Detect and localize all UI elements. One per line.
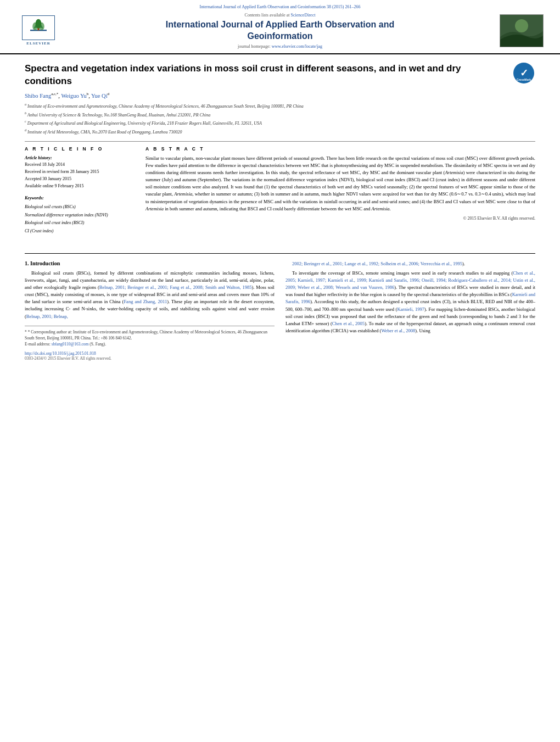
crossmark-badge[interactable]: ✓ CrossMark: [513, 63, 535, 85]
issn-line: 0303-2434/© 2015 Elsevier B.V. All right…: [25, 356, 275, 361]
ref-karnieli1996[interactable]: Karnieli and Sarafis, 1996: [285, 292, 535, 304]
ref-2002[interactable]: 2002; Beringer et al., 2001; Lange et al…: [292, 261, 462, 266]
author2-sup: b: [87, 92, 89, 96]
sciencedirect-link[interactable]: ScienceDirect: [291, 13, 316, 18]
article-info-header: A R T I C L E I N F O: [25, 146, 135, 152]
author1-sup: a,c,*: [51, 92, 58, 96]
ref-fangzhang[interactable]: Fang and Zhang, 2011: [124, 299, 167, 304]
homepage-url[interactable]: www.elsevier.com/locate/jag: [272, 44, 322, 49]
elsevier-logo-box: [22, 15, 55, 40]
author3-sup: d: [108, 92, 110, 96]
keyword-3: Biological soil crust index (BSCI): [25, 219, 135, 227]
contents-available: Contents lists available at ScienceDirec…: [60, 13, 500, 18]
article-title-text: Spectra and vegetation index variations …: [25, 63, 508, 88]
article-history: Article history: Received 18 July 2014 R…: [25, 155, 135, 190]
body-divider: [25, 253, 535, 254]
abstract-header: A B S T R A C T: [145, 146, 535, 152]
keyword-1: Biological soil crusts (BSCs): [25, 203, 135, 211]
ref-karnieli1997[interactable]: Karnieli, 1997: [397, 306, 424, 312]
body-col-right: 2002; Beringer et al., 2001; Lange et al…: [285, 260, 535, 361]
available-date: Available online 9 February 2015: [25, 183, 135, 190]
para1: Biological soil crusts (BSCs), formed by…: [25, 270, 275, 320]
ref-chen2005b[interactable]: Chen et al., 2005: [332, 321, 365, 326]
journal-title-row: ELSEVIER Contents lists available at Sci…: [16, 13, 544, 49]
ref-belnap2001[interactable]: Belnap, 2001; Beringer et al., 2001; Fan…: [99, 284, 252, 290]
journal-cover-image: [500, 14, 544, 47]
section1-title: 1. Introduction: [25, 260, 275, 266]
abstract-text: Similar to vascular plants, non-vascular…: [145, 155, 535, 213]
svg-text:✓: ✓: [520, 68, 528, 79]
copyright: © 2015 Elsevier B.V. All rights reserved…: [145, 216, 535, 221]
affiliations: a Institute of Eco-environment and Agrom…: [25, 102, 535, 136]
keywords-label: Keywords:: [25, 194, 135, 202]
affil-b: b Anhui University of Science & Technolo…: [25, 111, 535, 119]
author1-name[interactable]: Shibo Fang: [25, 93, 51, 99]
email-suffix: (S. Fang).: [89, 342, 106, 347]
crossmark-icon: ✓ CrossMark: [513, 63, 534, 83]
revised-date: Received in revised form 28 January 2015: [25, 169, 135, 176]
journal-homepage: journal homepage: www.elsevier.com/locat…: [60, 44, 500, 49]
para-right-2: To investigate the coverage of BSCs, rem…: [285, 270, 535, 335]
ref-weber2008[interactable]: Weber et al., 2008: [381, 328, 415, 333]
article-info-col: A R T I C L E I N F O Article history: R…: [25, 146, 135, 236]
section1-text-right: 2002; Beringer et al., 2001; Lange et al…: [285, 260, 535, 335]
svg-point-6: [515, 19, 528, 32]
author2-name[interactable]: Weiguo Yu: [61, 93, 86, 99]
keywords-block: Keywords: Biological soil crusts (BSCs) …: [25, 194, 135, 235]
affil-c: c Department of Agricultural and Biologi…: [25, 119, 535, 127]
accepted-date: Accepted 30 January 2015: [25, 176, 135, 183]
para-right-1: 2002; Beringer et al., 2001; Lange et al…: [285, 260, 535, 267]
received-date: Received 18 July 2014: [25, 161, 135, 169]
cover-image-icon: [500, 15, 543, 47]
journal-top-bar: International Journal of Applied Earth O…: [16, 4, 544, 9]
section1-text-left: Biological soil crusts (BSCs), formed by…: [25, 270, 275, 320]
header-divider: [25, 141, 535, 142]
elsevier-label: ELSEVIER: [26, 41, 50, 46]
svg-text:CrossMark: CrossMark: [517, 78, 531, 81]
article-title-row: Spectra and vegetation index variations …: [25, 63, 535, 88]
elsevier-tree-icon: [29, 18, 48, 38]
body-two-col: 1. Introduction Biological soil crusts (…: [25, 260, 535, 361]
keyword-4: CI (Crust index): [25, 227, 135, 235]
section1-heading: Introduction: [30, 260, 60, 266]
history-label: Article history:: [25, 155, 52, 160]
author3-name[interactable]: Yue Qi: [91, 93, 107, 99]
elsevier-logo: ELSEVIER: [16, 14, 60, 47]
journal-title: International Journal of Applied Earth O…: [60, 19, 500, 42]
body-col-left: 1. Introduction Biological soil crusts (…: [25, 260, 275, 361]
body-content: 1. Introduction Biological soil crusts (…: [0, 253, 560, 369]
footnote-email[interactable]: sbfang0110@163.com: [52, 342, 89, 347]
affil-a: a Institute of Eco-environment and Agrom…: [25, 102, 535, 110]
ref-chen2005[interactable]: Chen et al., 2005; Karnieli, 1997; Karni…: [285, 270, 535, 290]
ref-belnap2001b[interactable]: Belnap, 2001; Belnap,: [26, 314, 68, 319]
keyword-2: Normalized difference vegetation index (…: [25, 211, 135, 219]
footnote: * * Corresponding author at: Institute o…: [25, 326, 275, 348]
journal-title-center: Contents lists available at ScienceDirec…: [60, 13, 500, 49]
email-label: E-mail address:: [25, 342, 51, 347]
page: International Journal of Applied Earth O…: [0, 0, 560, 742]
info-abstract-row: A R T I C L E I N F O Article history: R…: [25, 146, 535, 236]
article-content: Spectra and vegetation index variations …: [0, 54, 560, 250]
doi-line[interactable]: http://dx.doi.org/10.1016/j.jag.2015.01.…: [25, 351, 275, 356]
journal-header: International Journal of Applied Earth O…: [0, 0, 560, 54]
section1-number: 1.: [25, 260, 29, 266]
abstract-col: A B S T R A C T Similar to vascular plan…: [145, 146, 535, 236]
footnote-text: * * Corresponding author at: Institute o…: [25, 329, 275, 342]
crossmark-svg: ✓ CrossMark: [515, 64, 533, 82]
journal-logo-right: [500, 14, 544, 47]
affil-d: d Institute of Arid Meteorology, CMA, No…: [25, 128, 535, 136]
journal-citation: International Journal of Applied Earth O…: [200, 4, 361, 9]
email-line: E-mail address: sbfang0110@163.com (S. F…: [25, 341, 275, 347]
authors: Shibo Fanga,c,*, Weiguo Yub, Yue Qid: [25, 92, 535, 99]
svg-point-4: [36, 19, 42, 29]
